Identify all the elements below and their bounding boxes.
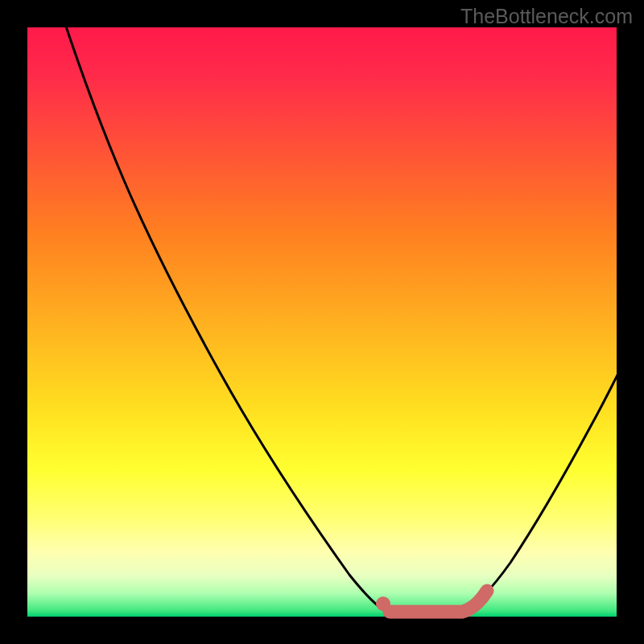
- chart-plot-area: [27, 27, 617, 617]
- bottleneck-curve: [64, 19, 623, 612]
- watermark-text: TheBottleneck.com: [460, 5, 633, 28]
- chart-svg: [27, 27, 617, 617]
- highlight-segment: [390, 591, 487, 612]
